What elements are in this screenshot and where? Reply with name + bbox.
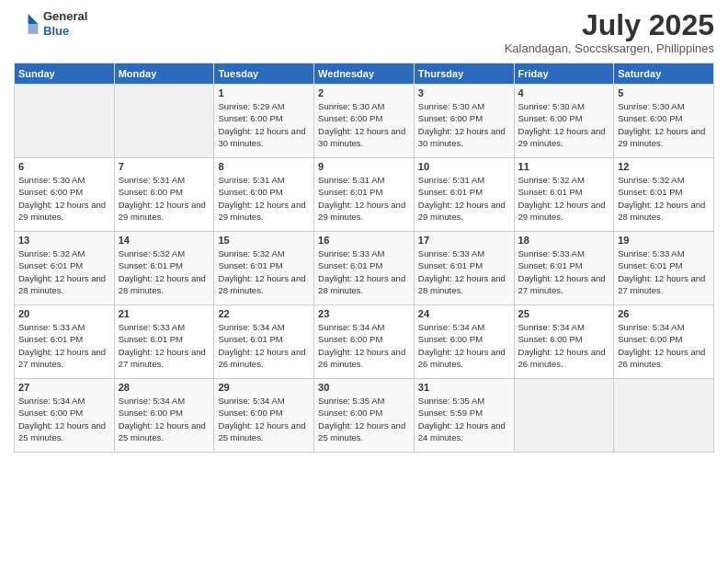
day-number: 1 (218, 87, 310, 98)
calendar-cell: 12Sunrise: 5:32 AM Sunset: 6:01 PM Dayli… (614, 158, 714, 232)
calendar-cell: 17Sunrise: 5:33 AM Sunset: 6:01 PM Dayli… (414, 232, 514, 305)
day-number: 11 (518, 161, 610, 172)
calendar-cell: 13Sunrise: 5:32 AM Sunset: 6:01 PM Dayli… (15, 232, 115, 305)
calendar-table: SundayMondayTuesdayWednesdayThursdayFrid… (14, 63, 714, 453)
day-info: Sunrise: 5:30 AM Sunset: 6:00 PM Dayligh… (418, 100, 510, 149)
calendar-cell: 16Sunrise: 5:33 AM Sunset: 6:01 PM Dayli… (314, 232, 415, 305)
day-info: Sunrise: 5:32 AM Sunset: 6:01 PM Dayligh… (618, 174, 710, 223)
calendar-cell: 26Sunrise: 5:34 AM Sunset: 6:00 PM Dayli… (614, 305, 714, 379)
logo-blue: Blue (43, 24, 87, 39)
day-info: Sunrise: 5:32 AM Sunset: 6:01 PM Dayligh… (218, 247, 310, 296)
day-number: 16 (318, 235, 410, 246)
day-info: Sunrise: 5:34 AM Sunset: 6:00 PM Dayligh… (518, 321, 610, 370)
calendar-cell (15, 85, 115, 158)
calendar-cell: 2Sunrise: 5:30 AM Sunset: 6:00 PM Daylig… (314, 85, 415, 158)
logo: General Blue (14, 9, 87, 38)
weekday-row: SundayMondayTuesdayWednesdayThursdayFrid… (15, 63, 714, 85)
day-number: 23 (318, 308, 410, 319)
calendar-cell: 21Sunrise: 5:33 AM Sunset: 6:01 PM Dayli… (114, 305, 214, 379)
day-number: 22 (218, 308, 310, 319)
calendar-header: SundayMondayTuesdayWednesdayThursdayFrid… (15, 63, 714, 85)
day-info: Sunrise: 5:35 AM Sunset: 5:59 PM Dayligh… (418, 395, 510, 443)
weekday-header-tuesday: Tuesday (214, 63, 314, 85)
calendar-cell: 23Sunrise: 5:34 AM Sunset: 6:00 PM Dayli… (314, 305, 415, 379)
day-info: Sunrise: 5:34 AM Sunset: 6:00 PM Dayligh… (318, 321, 410, 370)
calendar-cell: 20Sunrise: 5:33 AM Sunset: 6:01 PM Dayli… (15, 305, 115, 379)
day-info: Sunrise: 5:32 AM Sunset: 6:01 PM Dayligh… (18, 247, 110, 296)
calendar-week-3: 13Sunrise: 5:32 AM Sunset: 6:01 PM Dayli… (15, 232, 714, 305)
calendar-cell: 22Sunrise: 5:34 AM Sunset: 6:01 PM Dayli… (214, 305, 314, 379)
day-info: Sunrise: 5:33 AM Sunset: 6:01 PM Dayligh… (18, 321, 110, 370)
calendar-cell: 4Sunrise: 5:30 AM Sunset: 6:00 PM Daylig… (514, 85, 614, 158)
day-info: Sunrise: 5:29 AM Sunset: 6:00 PM Dayligh… (218, 100, 310, 149)
day-info: Sunrise: 5:31 AM Sunset: 6:01 PM Dayligh… (418, 174, 510, 223)
day-number: 29 (218, 382, 310, 393)
calendar-cell: 30Sunrise: 5:35 AM Sunset: 6:00 PM Dayli… (314, 379, 415, 453)
day-info: Sunrise: 5:34 AM Sunset: 6:00 PM Dayligh… (119, 395, 210, 443)
weekday-header-friday: Friday (514, 63, 614, 85)
day-number: 28 (119, 382, 210, 393)
day-info: Sunrise: 5:30 AM Sunset: 6:00 PM Dayligh… (518, 100, 610, 149)
calendar-cell: 7Sunrise: 5:31 AM Sunset: 6:00 PM Daylig… (114, 158, 214, 232)
day-number: 18 (518, 235, 610, 246)
month-title: July 2025 (505, 9, 714, 41)
location-subtitle: Kalandagan, Soccsksargen, Philippines (505, 41, 714, 55)
day-number: 8 (218, 161, 310, 172)
day-number: 26 (618, 308, 710, 319)
calendar-cell: 1Sunrise: 5:29 AM Sunset: 6:00 PM Daylig… (214, 85, 314, 158)
day-info: Sunrise: 5:34 AM Sunset: 6:00 PM Dayligh… (418, 321, 510, 370)
day-info: Sunrise: 5:30 AM Sunset: 6:00 PM Dayligh… (18, 174, 110, 223)
day-info: Sunrise: 5:33 AM Sunset: 6:01 PM Dayligh… (518, 247, 610, 296)
logo-icon (14, 11, 40, 37)
svg-marker-0 (28, 14, 39, 24)
day-number: 14 (119, 235, 210, 246)
day-number: 21 (119, 308, 210, 319)
day-info: Sunrise: 5:33 AM Sunset: 6:01 PM Dayligh… (418, 247, 510, 296)
calendar-cell: 15Sunrise: 5:32 AM Sunset: 6:01 PM Dayli… (214, 232, 314, 305)
calendar-cell: 14Sunrise: 5:32 AM Sunset: 6:01 PM Dayli… (114, 232, 214, 305)
calendar-week-1: 1Sunrise: 5:29 AM Sunset: 6:00 PM Daylig… (15, 85, 714, 158)
day-number: 19 (618, 235, 710, 246)
calendar-cell: 3Sunrise: 5:30 AM Sunset: 6:00 PM Daylig… (414, 85, 514, 158)
day-number: 6 (18, 161, 110, 172)
day-number: 20 (18, 308, 110, 319)
calendar-cell: 25Sunrise: 5:34 AM Sunset: 6:00 PM Dayli… (514, 305, 614, 379)
day-number: 3 (418, 87, 510, 98)
day-number: 30 (318, 382, 410, 393)
weekday-header-sunday: Sunday (15, 63, 115, 85)
calendar-cell: 9Sunrise: 5:31 AM Sunset: 6:01 PM Daylig… (314, 158, 415, 232)
day-info: Sunrise: 5:34 AM Sunset: 6:00 PM Dayligh… (18, 395, 110, 443)
day-number: 31 (418, 382, 510, 393)
title-block: July 2025 Kalandagan, Soccsksargen, Phil… (505, 9, 714, 55)
calendar-cell: 11Sunrise: 5:32 AM Sunset: 6:01 PM Dayli… (514, 158, 614, 232)
day-info: Sunrise: 5:32 AM Sunset: 6:01 PM Dayligh… (518, 174, 610, 223)
day-number: 25 (518, 308, 610, 319)
day-info: Sunrise: 5:34 AM Sunset: 6:01 PM Dayligh… (218, 321, 310, 370)
calendar-cell: 5Sunrise: 5:30 AM Sunset: 6:00 PM Daylig… (614, 85, 714, 158)
calendar-cell: 10Sunrise: 5:31 AM Sunset: 6:01 PM Dayli… (414, 158, 514, 232)
svg-marker-1 (28, 24, 39, 34)
day-info: Sunrise: 5:31 AM Sunset: 6:00 PM Dayligh… (218, 174, 310, 223)
day-info: Sunrise: 5:33 AM Sunset: 6:01 PM Dayligh… (119, 321, 210, 370)
calendar-cell: 6Sunrise: 5:30 AM Sunset: 6:00 PM Daylig… (15, 158, 115, 232)
logo-text: General Blue (43, 9, 87, 38)
day-number: 15 (218, 235, 310, 246)
day-number: 17 (418, 235, 510, 246)
calendar-cell: 29Sunrise: 5:34 AM Sunset: 6:00 PM Dayli… (214, 379, 314, 453)
weekday-header-wednesday: Wednesday (314, 63, 415, 85)
calendar-cell: 8Sunrise: 5:31 AM Sunset: 6:00 PM Daylig… (214, 158, 314, 232)
calendar-week-2: 6Sunrise: 5:30 AM Sunset: 6:00 PM Daylig… (15, 158, 714, 232)
calendar-cell (514, 379, 614, 453)
day-number: 12 (618, 161, 710, 172)
day-info: Sunrise: 5:32 AM Sunset: 6:01 PM Dayligh… (119, 247, 210, 296)
logo-general: General (43, 9, 87, 24)
day-info: Sunrise: 5:33 AM Sunset: 6:01 PM Dayligh… (318, 247, 410, 296)
day-number: 5 (618, 87, 710, 98)
day-number: 2 (318, 87, 410, 98)
day-info: Sunrise: 5:34 AM Sunset: 6:00 PM Dayligh… (218, 395, 310, 443)
day-number: 4 (518, 87, 610, 98)
day-number: 7 (119, 161, 210, 172)
day-number: 9 (318, 161, 410, 172)
day-info: Sunrise: 5:33 AM Sunset: 6:01 PM Dayligh… (618, 247, 710, 296)
calendar-cell: 31Sunrise: 5:35 AM Sunset: 5:59 PM Dayli… (414, 379, 514, 453)
